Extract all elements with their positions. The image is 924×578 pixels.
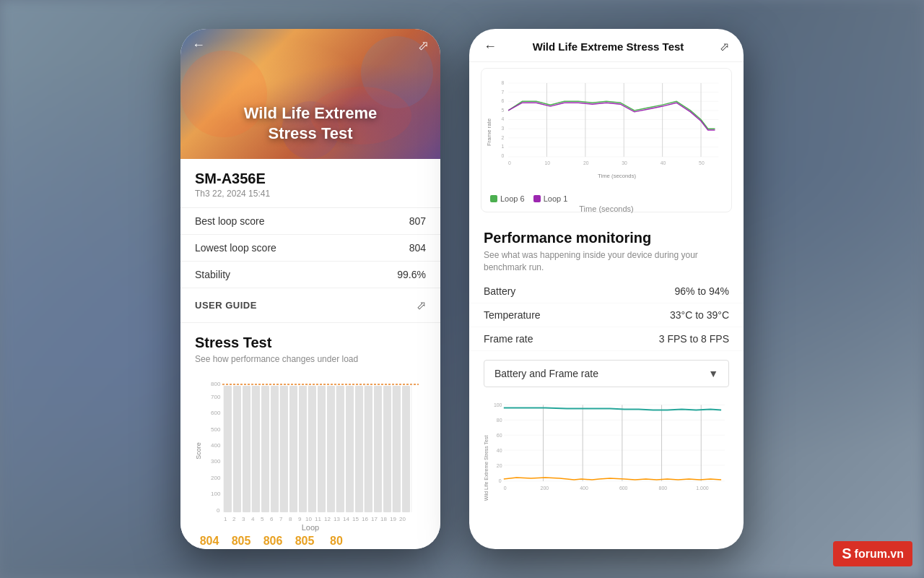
chart-type-dropdown[interactable]: Battery and Frame rate ▼ <box>484 360 729 387</box>
legend-loop6-label: Loop 6 <box>500 194 525 203</box>
svg-text:11: 11 <box>315 516 321 522</box>
forum-brand: forum.vn <box>855 548 904 561</box>
right-nav: ← Wild Life Extreme Stress Test ⬀ <box>469 29 744 62</box>
svg-text:20: 20 <box>583 160 589 165</box>
svg-text:6: 6 <box>501 98 504 103</box>
svg-rect-20 <box>271 386 279 512</box>
svg-rect-27 <box>336 386 344 512</box>
svg-text:800: 800 <box>659 485 668 490</box>
svg-text:30: 30 <box>622 160 627 165</box>
svg-text:500: 500 <box>211 426 221 433</box>
svg-text:800: 800 <box>211 381 221 387</box>
svg-rect-34 <box>402 386 410 512</box>
svg-text:20: 20 <box>497 463 502 468</box>
user-guide-share-icon[interactable]: ⬀ <box>417 298 426 312</box>
back-icon[interactable]: ← <box>192 38 205 53</box>
svg-text:1: 1 <box>501 144 504 149</box>
loop-score-5: 80 + <box>322 535 351 549</box>
svg-rect-23 <box>299 386 307 512</box>
svg-text:15: 15 <box>352 516 359 522</box>
svg-rect-21 <box>280 386 288 512</box>
svg-text:1: 1 <box>224 516 227 522</box>
svg-text:100: 100 <box>211 491 221 497</box>
svg-text:4: 4 <box>251 516 255 522</box>
svg-rect-29 <box>355 386 363 512</box>
svg-rect-31 <box>374 386 382 512</box>
frame-rate-chart: Frame rate 8 7 6 5 4 3 2 1 0 <box>481 68 732 212</box>
svg-text:10: 10 <box>545 160 551 165</box>
svg-text:200: 200 <box>211 475 221 481</box>
svg-text:Frame rate: Frame rate <box>487 118 492 146</box>
loop-score-1: 804 <box>195 535 224 549</box>
svg-text:600: 600 <box>619 485 628 490</box>
svg-text:3: 3 <box>501 126 504 131</box>
phone-scroll-content[interactable]: SM-A356E Th3 22, 2024 15:41 Best loop sc… <box>180 159 440 549</box>
phone-nav: ← ⬀ <box>180 29 440 62</box>
svg-rect-33 <box>393 386 401 512</box>
bar-chart: Score 0 100 200 300 400 500 600 700 800 <box>195 379 426 523</box>
svg-rect-17 <box>243 386 250 512</box>
svg-text:0: 0 <box>508 160 511 165</box>
header-title: Wild Life Extreme Stress Test <box>180 103 440 144</box>
svg-text:400: 400 <box>580 485 588 490</box>
svg-text:0: 0 <box>499 478 502 483</box>
framerate-row: Frame rate 3 FPS to 8 FPS <box>469 327 744 351</box>
stability-label: Stability <box>195 269 230 280</box>
svg-text:100: 100 <box>494 402 502 407</box>
legend-loop6: Loop 6 <box>490 194 525 203</box>
lowest-loop-value: 804 <box>409 242 426 254</box>
lowest-loop-label: Lowest loop score <box>195 242 276 254</box>
temperature-row: Temperature 33°C to 39°C <box>469 303 744 327</box>
best-loop-label: Best loop score <box>195 215 265 227</box>
framerate-val: 3 FPS to 8 FPS <box>659 333 729 345</box>
svg-text:0: 0 <box>217 507 220 514</box>
svg-text:6: 6 <box>270 516 274 522</box>
perf-subtitle: See what was happening inside your devic… <box>484 249 729 274</box>
best-loop-value: 807 <box>409 215 426 227</box>
right-scroll-content[interactable]: Frame rate 8 7 6 5 4 3 2 1 0 <box>469 62 744 549</box>
left-phone: ← ⬀ Wild Life Extreme Stress Test SM-A35… <box>180 29 440 549</box>
svg-text:13: 13 <box>334 516 340 522</box>
user-guide-label: USER GUIDE <box>195 300 257 311</box>
svg-text:16: 16 <box>362 516 368 522</box>
svg-text:700: 700 <box>211 394 221 400</box>
right-back-icon[interactable]: ← <box>484 39 497 54</box>
svg-text:0: 0 <box>501 153 504 158</box>
stress-test-title: Stress Test <box>195 335 426 351</box>
svg-text:Score: Score <box>195 442 202 460</box>
lowest-loop-row: Lowest loop score 804 <box>180 235 440 262</box>
bar-chart-svg: Score 0 100 200 300 400 500 600 700 800 <box>195 379 426 523</box>
svg-text:400: 400 <box>211 442 221 449</box>
svg-text:8: 8 <box>289 516 292 522</box>
svg-text:9: 9 <box>298 516 302 522</box>
svg-text:7: 7 <box>501 90 504 95</box>
svg-text:10: 10 <box>305 516 312 522</box>
svg-text:3: 3 <box>242 516 245 522</box>
temperature-val: 33°C to 39°C <box>670 309 729 321</box>
svg-text:60: 60 <box>497 433 502 438</box>
svg-text:14: 14 <box>343 516 349 522</box>
share-icon[interactable]: ⬀ <box>418 38 429 53</box>
device-info: SM-A356E Th3 22, 2024 15:41 <box>180 159 440 208</box>
device-name: SM-A356E <box>195 171 426 187</box>
svg-rect-16 <box>233 386 241 512</box>
battery-frame-chart: Wild Life Extreme Stress Test 100 80 60 … <box>481 396 732 549</box>
right-phone: ← Wild Life Extreme Stress Test ⬀ Frame … <box>469 29 744 549</box>
perf-monitor-section: Performance monitoring See what was happ… <box>469 218 744 280</box>
right-share-icon[interactable]: ⬀ <box>720 40 729 53</box>
battery-val: 96% to 94% <box>675 285 730 297</box>
svg-text:19: 19 <box>390 516 396 522</box>
user-guide-row[interactable]: USER GUIDE ⬀ <box>180 288 440 323</box>
svg-text:18: 18 <box>380 516 387 522</box>
svg-text:4: 4 <box>501 116 504 121</box>
battery-row: Battery 96% to 94% <box>469 280 744 303</box>
device-date: Th3 22, 2024 15:41 <box>195 189 426 199</box>
svg-text:2: 2 <box>501 135 504 140</box>
svg-text:20: 20 <box>399 516 406 522</box>
stability-value: 99.6% <box>397 269 426 280</box>
dropdown-label: Battery and Frame rate <box>494 368 598 379</box>
svg-text:300: 300 <box>211 458 221 465</box>
legend-loop1-label: Loop 1 <box>544 194 568 203</box>
svg-text:80: 80 <box>497 418 502 423</box>
svg-rect-26 <box>327 386 335 512</box>
